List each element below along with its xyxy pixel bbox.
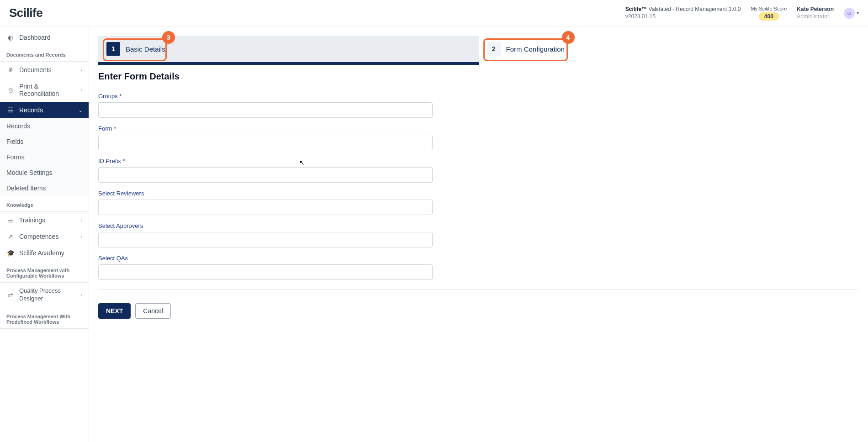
- product-info: Scilife™ Validated - Record Management 1…: [625, 6, 741, 20]
- chevron-right-icon: ›: [81, 292, 82, 297]
- avatar-icon: ☺: [844, 8, 855, 19]
- user-block: Kate Peterson Administrator: [797, 6, 834, 20]
- step-label: Form Configuration: [506, 45, 565, 53]
- page-title: Enter Form Details: [98, 71, 859, 82]
- step-number: 1: [106, 42, 120, 56]
- sidebar-group-docs: Documents and Records: [0, 46, 89, 61]
- product-desc: Validated - Record Management 1.0.0: [647, 6, 741, 12]
- divider: [98, 289, 859, 289]
- sidebar: ◐ Dashboard Documents and Records 🗎 Docu…: [0, 26, 89, 442]
- sidebar-item-academy[interactable]: 🎓 Scilife Academy: [0, 245, 89, 261]
- sidebar-item-documents[interactable]: 🗎 Documents ›: [0, 62, 89, 78]
- sidebar-item-label: Competences: [19, 233, 76, 240]
- sidebar-item-label: Dashboard: [19, 34, 82, 41]
- callout-badge-3: 3: [162, 31, 175, 44]
- groups-label: Groups *: [98, 93, 433, 100]
- approvers-label: Select Approvers: [98, 222, 433, 229]
- groups-input[interactable]: [98, 102, 433, 118]
- top-header: Scilife Scilife™ Validated - Record Mana…: [0, 0, 868, 26]
- cancel-button[interactable]: Cancel: [135, 303, 171, 319]
- reviewers-label: Select Reviewers: [98, 190, 433, 197]
- form-actions: NEXT Cancel: [98, 303, 859, 319]
- step-form-configuration[interactable]: 2 Form Configuration: [479, 36, 859, 62]
- arrow-up-icon: ↗: [6, 233, 15, 240]
- score-block: My Scilife Score 400: [751, 6, 787, 21]
- sidebar-item-print-reconciliation[interactable]: ⎙ Print & Reconciliation ›: [0, 78, 89, 102]
- sidebar-item-label: Scilife Academy: [19, 249, 82, 257]
- form-label: Form *: [98, 125, 433, 132]
- score-badge: 400: [759, 12, 779, 21]
- user-name: Kate Peterson: [797, 6, 834, 13]
- user-role: Administrator: [797, 13, 834, 21]
- main-content: 1 Basic Details 2 Form Configuration 3 4…: [89, 26, 868, 442]
- chevron-right-icon: ›: [81, 88, 82, 93]
- sidebar-item-trainings[interactable]: ⚌ Trainings ›: [0, 212, 89, 228]
- sidebar-item-records[interactable]: ☰ Records ⌄: [0, 102, 89, 118]
- sidebar-group-pm-predef: Process Management With Predefined Workf…: [0, 307, 89, 328]
- reviewers-input[interactable]: [98, 200, 433, 215]
- sidebar-item-qpd[interactable]: ⇄ Quality Process Designer ›: [0, 283, 89, 307]
- app-logo[interactable]: Scilife: [9, 6, 42, 20]
- sidebar-group-pm-config: Process Management with Configurable Wor…: [0, 261, 89, 282]
- flow-icon: ⇄: [6, 291, 15, 299]
- chevron-down-icon: ⌄: [79, 108, 82, 113]
- product-name: Scilife™: [625, 6, 647, 12]
- qas-label: Select QAs: [98, 255, 433, 262]
- form-section: Groups * Form * ID Prefix * Select Revie…: [98, 93, 433, 280]
- gauge-icon: ◐: [6, 34, 15, 41]
- sidebar-item-label: Trainings: [19, 216, 76, 224]
- header-right: Scilife™ Validated - Record Management 1…: [625, 6, 859, 21]
- next-button[interactable]: NEXT: [98, 303, 131, 319]
- sidebar-item-label: Print & Reconciliation: [19, 83, 76, 97]
- sidebar-subitem-module-settings[interactable]: Module Settings: [0, 165, 89, 180]
- sidebar-item-dashboard[interactable]: ◐ Dashboard: [0, 29, 89, 46]
- academy-icon: 🎓: [6, 249, 15, 257]
- chevron-right-icon: ›: [81, 68, 82, 73]
- step-number: 2: [487, 42, 501, 56]
- idprefix-label: ID Prefix *: [98, 158, 433, 164]
- stepper: 1 Basic Details 2 Form Configuration 3 4: [98, 36, 859, 62]
- chevron-down-icon: ▾: [857, 11, 859, 16]
- qas-input[interactable]: [98, 264, 433, 280]
- score-label: My Scilife Score: [751, 6, 787, 11]
- step-label: Basic Details: [126, 45, 165, 53]
- sidebar-item-label: Quality Process Designer: [19, 287, 76, 303]
- sidebar-subitem-forms[interactable]: Forms: [0, 149, 89, 165]
- sidebar-subitem-fields[interactable]: Fields: [0, 134, 89, 149]
- sidebar-item-label: Documents: [19, 66, 76, 74]
- callout-badge-4: 4: [562, 31, 575, 44]
- sidebar-item-label: Records: [19, 106, 74, 114]
- sidebar-subitem-records[interactable]: Records: [0, 118, 89, 134]
- form-input[interactable]: [98, 135, 433, 150]
- sidebar-group-knowledge: Knowledge: [0, 196, 89, 211]
- list-icon: ☰: [6, 106, 15, 114]
- user-menu[interactable]: ☺ ▾: [844, 8, 859, 19]
- dumbbell-icon: ⚌: [6, 216, 15, 224]
- printer-icon: ⎙: [6, 86, 15, 94]
- idprefix-input[interactable]: [98, 167, 433, 183]
- divider: [0, 328, 89, 329]
- approvers-input[interactable]: [98, 232, 433, 247]
- product-version: v2023.01.15: [625, 13, 741, 21]
- document-icon: 🗎: [6, 66, 15, 74]
- step-basic-details[interactable]: 1 Basic Details: [98, 36, 479, 62]
- sidebar-item-competences[interactable]: ↗ Competences ›: [0, 228, 89, 245]
- sidebar-subitem-deleted-items[interactable]: Deleted Items: [0, 180, 89, 196]
- chevron-right-icon: ›: [81, 234, 82, 239]
- chevron-right-icon: ›: [81, 218, 82, 223]
